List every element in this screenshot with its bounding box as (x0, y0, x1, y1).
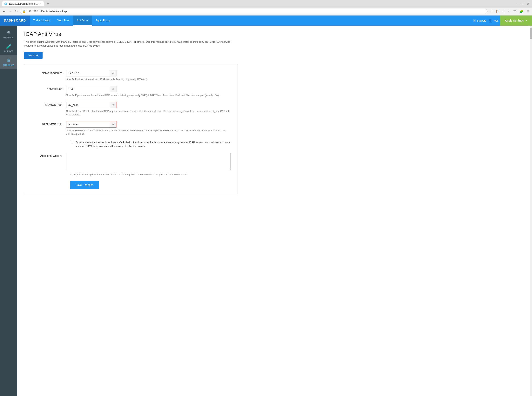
network-port-row: Network Port ✏ Specify IP port number th… (31, 86, 231, 97)
network-address-edit-button[interactable]: ✏ (110, 70, 117, 76)
browser-tab[interactable]: 🌐 192.168.1.14/antivirus/settings/i ✕ (2, 1, 44, 6)
nav-squid-proxy[interactable]: Squid Proxy (92, 16, 114, 26)
support-label: Support (477, 19, 486, 22)
network-address-row: Network Address ✏ Specify IP address the… (31, 70, 231, 81)
nav-traffic-monitor[interactable]: Traffic Monitor (30, 16, 54, 26)
save-changes-button[interactable]: Save Changes (70, 181, 99, 189)
download-icon[interactable]: ⬇ (502, 9, 506, 14)
bookmark-icon[interactable]: ☆ (489, 9, 493, 14)
respmod-path-input-wrapper: ✏ (66, 121, 117, 128)
reqmod-hint-prefix: Specify REQMOD path of anti virus ICAP r… (66, 110, 173, 112)
app-body: ⚙ GENERAL 🧪 CLAMAV 🖥 OTHER AV ICAP Anti … (0, 26, 532, 396)
network-address-label: Network Address (31, 70, 66, 75)
back-button[interactable]: ← (2, 9, 7, 14)
browser-chrome: 🌐 192.168.1.14/antivirus/settings/i ✕ + … (0, 0, 532, 16)
sidebar-item-other-av-label: OTHER AV (3, 64, 14, 66)
respmod-path-row: RESPMOD Path ✏ Specify RESPMOD path of a… (31, 121, 231, 136)
network-address-input-wrapper: ✏ (66, 70, 117, 76)
close-window-button[interactable]: ✕ (526, 1, 530, 6)
user-icon: 👤 (488, 18, 492, 23)
general-icon: ⚙ (7, 30, 11, 35)
network-address-input[interactable] (66, 70, 110, 76)
additional-options-label: Additional Options (31, 153, 66, 157)
respmod-path-edit-button[interactable]: ✏ (110, 121, 117, 128)
refresh-button[interactable]: ↻ (14, 9, 18, 14)
header-right: i Support 👤 root Apply Settings ▼ (472, 16, 532, 26)
reqmod-path-label: REQMOD Path (31, 102, 66, 106)
minimize-button[interactable]: — (515, 1, 520, 6)
forward-button[interactable]: → (8, 9, 13, 14)
respmod-path-field: ✏ Specify RESPMOD path of anti virus ICA… (66, 121, 231, 136)
url-input[interactable] (27, 10, 485, 13)
reqmod-path-input-wrapper: ✏ (66, 102, 117, 108)
home-icon[interactable]: ⌂ (508, 9, 511, 14)
shield-icon[interactable]: 🛡 (513, 9, 517, 14)
additional-options-textarea[interactable] (66, 153, 231, 170)
nav-web-filter[interactable]: Web Filter (54, 16, 73, 26)
tab-close-button[interactable]: ✕ (39, 3, 42, 5)
network-port-label: Network Port (31, 86, 66, 90)
app-logo: DASHBOARD (0, 16, 30, 26)
network-port-input[interactable] (66, 86, 110, 92)
reqmod-path-input[interactable] (66, 102, 110, 108)
nav-anti-virus[interactable]: Anti Virus (73, 16, 92, 26)
extensions-icon[interactable]: 🧩 (519, 9, 524, 14)
tab-favicon: 🌐 (4, 3, 7, 5)
sidebar: ⚙ GENERAL 🧪 CLAMAV 🖥 OTHER AV (0, 26, 17, 396)
clamav-icon: 🧪 (6, 44, 11, 49)
sidebar-item-clamav[interactable]: 🧪 CLAMAV (0, 41, 17, 55)
tab-buttons: Network (24, 52, 523, 59)
page-description: This option chains web filter with manua… (24, 40, 238, 47)
network-port-field: ✏ Specify IP port number the anti virus … (66, 86, 231, 97)
support-button[interactable]: i Support (472, 19, 486, 22)
additional-options-row: Additional Options (31, 153, 231, 170)
sidebar-item-general[interactable]: ⚙ GENERAL (0, 28, 17, 41)
bypass-checkbox[interactable] (70, 141, 73, 144)
reading-list-icon[interactable]: 📋 (495, 9, 500, 14)
network-address-field: ✏ Specify IP address the anti virus ICAP… (66, 70, 231, 81)
network-address-hint: Specify IP address the anti virus ICAP s… (66, 78, 231, 81)
new-tab-button[interactable]: + (46, 2, 50, 6)
bypass-checkbox-row: Bypass intermittent errors in anti virus… (31, 140, 231, 148)
settings-card: Network Address ✏ Specify IP address the… (24, 64, 238, 194)
address-bar[interactable]: 🔒 (20, 9, 488, 14)
respmod-path-input[interactable] (66, 121, 110, 128)
browser-tab-title: 192.168.1.14/antivirus/settings/i (9, 3, 38, 5)
reqmod-path-hint: Specify REQMOD path of anti virus ICAP r… (66, 110, 231, 116)
browser-toolbar: ← → ↻ 🔒 ☆ 📋 ⬇ ⌂ 🛡 🧩 ☰ (0, 8, 532, 15)
app-nav: Traffic Monitor Web Filter Anti Virus Sq… (30, 16, 114, 26)
scrollbar-track[interactable] (530, 26, 532, 396)
user-label: root (494, 19, 498, 22)
bypass-label: Bypass intermittent errors in anti virus… (76, 140, 231, 148)
sidebar-item-other-av[interactable]: 🖥 OTHER AV (0, 55, 17, 69)
additional-options-hint: Specify additional options for anti viru… (31, 173, 231, 176)
sidebar-item-clamav-label: CLAMAV (4, 50, 13, 52)
apply-settings-arrow-icon: ▼ (525, 20, 527, 22)
reqmod-path-field: ✏ Specify REQMOD path of anti virus ICAP… (66, 102, 231, 116)
other-av-icon: 🖥 (6, 58, 11, 63)
support-icon: i (472, 19, 476, 22)
browser-titlebar: 🌐 192.168.1.14/antivirus/settings/i ✕ + … (0, 0, 532, 8)
maximize-button[interactable]: □ (521, 1, 525, 6)
apply-settings-button[interactable]: Apply Settings ▼ (500, 16, 532, 26)
reqmod-path-edit-button[interactable]: ✏ (110, 102, 117, 108)
menu-icon[interactable]: ☰ (526, 9, 530, 14)
reqmod-path-row: REQMOD Path ✏ Specify REQMOD path of ant… (31, 102, 231, 116)
respmod-path-label: RESPMOD Path (31, 121, 66, 126)
scrollbar-thumb[interactable] (530, 28, 532, 39)
network-port-input-wrapper: ✏ (66, 86, 117, 92)
network-port-hint: Specify IP port number the anti virus IC… (66, 93, 231, 97)
reqmod-hint-italic: av_scan (173, 110, 181, 112)
network-port-edit-button[interactable]: ✏ (110, 86, 117, 92)
main-content: ICAP Anti Virus This option chains web f… (17, 26, 530, 396)
respmod-hint-italic: av_scan (174, 129, 183, 132)
browser-toolbar-actions: ☆ 📋 ⬇ ⌂ 🛡 🧩 ☰ (489, 9, 530, 14)
respmod-path-hint: Specify RESPMOD path of anti virus ICAP … (66, 129, 231, 136)
apply-settings-label: Apply Settings (505, 19, 524, 22)
sidebar-item-general-label: GENERAL (4, 36, 14, 39)
user-button[interactable]: 👤 root (488, 18, 498, 23)
lock-icon: 🔒 (23, 10, 26, 13)
respmod-hint-prefix: Specify RESPMOD path of anti virus ICAP … (66, 129, 174, 132)
tab-network[interactable]: Network (24, 52, 42, 59)
app-header: DASHBOARD Traffic Monitor Web Filter Ant… (0, 16, 532, 26)
